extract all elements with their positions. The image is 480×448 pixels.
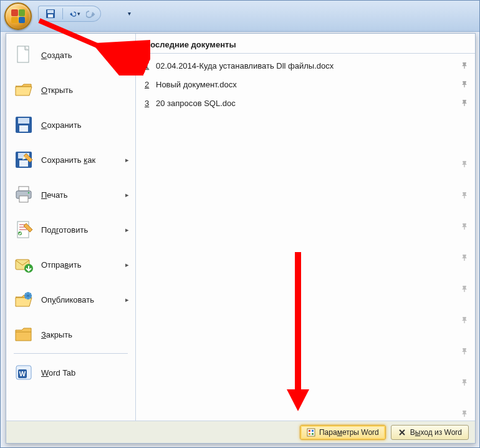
recent-documents-panel: Последние документы 1 02.04.2014-Куда ус… — [136, 34, 475, 421]
chevron-right-icon: ▸ — [125, 226, 129, 234]
send-icon — [12, 253, 35, 276]
button-label: Параметры Word — [319, 428, 379, 437]
svg-rect-6 — [18, 118, 29, 124]
pin-icon — [461, 62, 468, 69]
prepare-icon — [12, 218, 35, 241]
publish-icon — [12, 288, 35, 311]
save-as-icon — [12, 149, 35, 171]
menu-item-send[interactable]: Отправить ▸ — [9, 247, 133, 282]
pin-button[interactable] — [459, 346, 470, 357]
svg-rect-28 — [464, 227, 464, 230]
svg-rect-13 — [19, 196, 28, 202]
recent-doc-number: 2 — [145, 80, 156, 89]
svg-rect-2 — [48, 14, 53, 17]
menu-item-publish[interactable]: Опубликовать ▸ — [9, 282, 133, 317]
pin-button[interactable] — [459, 408, 470, 419]
menu-item-label: Подготовить — [41, 225, 88, 235]
svg-rect-1 — [47, 10, 54, 13]
svg-rect-27 — [464, 196, 464, 198]
pin-button[interactable] — [459, 377, 470, 388]
office-menu-body: Создать Открыть Сохранить — [6, 34, 475, 421]
save-icon — [46, 9, 55, 19]
recent-doc-number: 1 — [145, 61, 156, 71]
pin-icon — [461, 410, 468, 417]
qat-undo-button[interactable]: ▾ — [69, 8, 80, 19]
pin-button[interactable] — [459, 252, 470, 263]
menu-item-word-tab[interactable]: W Word Tab — [9, 355, 133, 390]
svg-rect-32 — [464, 352, 464, 354]
svg-rect-23 — [464, 66, 464, 69]
recent-documents-header: Последние документы — [136, 34, 475, 54]
exit-word-button[interactable]: Выход из Word — [391, 425, 469, 440]
menu-item-print[interactable]: Печать ▸ — [9, 177, 133, 212]
quick-access-toolbar: ▾ — [38, 6, 101, 22]
svg-rect-10 — [19, 160, 28, 167]
recent-document-row[interactable]: 2 Новый документ.docx — [136, 75, 475, 94]
qat-redo-button[interactable] — [85, 8, 97, 19]
chevron-down-icon: ▾ — [77, 11, 80, 17]
svg-rect-25 — [464, 104, 464, 106]
qat-customize-button[interactable]: ▾ — [125, 9, 133, 17]
pin-button[interactable] — [459, 314, 470, 326]
office-menu-left-column: Создать Открыть Сохранить — [6, 34, 136, 421]
open-folder-icon — [12, 79, 35, 101]
menu-item-label: Сохранить как — [41, 155, 95, 165]
recent-doc-number: 3 — [145, 99, 156, 108]
svg-rect-26 — [464, 165, 464, 167]
recent-doc-name: 20 запросов SQL.doc — [156, 99, 459, 108]
menu-item-save-as[interactable]: Сохранить как ▸ — [9, 142, 133, 177]
chevron-right-icon: ▸ — [125, 156, 129, 164]
menu-item-label: Печать — [41, 190, 68, 200]
pin-button[interactable] — [459, 60, 470, 71]
menu-item-label: Создать — [41, 51, 72, 60]
svg-rect-29 — [464, 258, 464, 261]
menu-item-label: Закрыть — [41, 330, 72, 339]
redo-icon — [86, 9, 96, 19]
pin-icon — [461, 99, 468, 107]
save-icon — [12, 114, 35, 136]
menu-item-prepare[interactable]: Подготовить ▸ — [9, 212, 133, 247]
svg-rect-7 — [19, 125, 28, 132]
menu-item-label: Сохранить — [41, 120, 82, 130]
new-document-icon — [12, 44, 35, 66]
menu-item-new[interactable]: Создать — [9, 37, 133, 72]
annotation-arrow-bottom — [279, 252, 317, 414]
qat-save-button[interactable] — [45, 8, 56, 19]
office-button[interactable] — [4, 2, 32, 30]
svg-rect-38 — [312, 430, 314, 432]
menu-item-open[interactable]: Открыть — [9, 72, 133, 107]
office-menu-bottom-bar: Параметры Word Выход из Word — [6, 421, 475, 443]
pin-icon — [461, 379, 468, 386]
titlebar: ▾ ▾ — [1, 1, 479, 32]
recent-doc-name: 02.04.2014-Куда устанавливать Dll файлы.… — [156, 61, 459, 71]
word-options-button[interactable]: Параметры Word — [300, 425, 386, 440]
print-icon — [12, 183, 35, 206]
chevron-right-icon: ▸ — [125, 296, 129, 304]
close-folder-icon — [12, 323, 35, 346]
recent-document-row[interactable]: 3 20 запросов SQL.doc — [136, 94, 475, 112]
svg-rect-36 — [307, 429, 315, 436]
pin-icon — [461, 254, 468, 261]
pin-button[interactable] — [459, 190, 470, 201]
pin-button[interactable] — [459, 283, 470, 295]
pin-button[interactable] — [459, 158, 470, 170]
svg-rect-34 — [464, 414, 464, 417]
svg-rect-40 — [312, 433, 314, 435]
pin-button[interactable] — [459, 79, 470, 90]
svg-rect-37 — [309, 430, 310, 432]
window: ▾ ▾ Создать — [0, 0, 480, 448]
menu-item-save[interactable]: Сохранить — [9, 107, 133, 142]
office-menu-panel: Создать Открыть Сохранить — [6, 33, 476, 444]
svg-text:W: W — [19, 370, 26, 377]
pin-icon — [461, 192, 468, 199]
pin-button[interactable] — [459, 221, 470, 232]
menu-item-close[interactable]: Закрыть — [9, 317, 133, 352]
options-icon — [307, 428, 315, 437]
pin-button[interactable] — [459, 97, 470, 109]
menu-separator — [14, 353, 128, 354]
chevron-right-icon: ▸ — [125, 261, 129, 269]
pin-icon — [461, 80, 468, 88]
recent-document-row[interactable]: 1 02.04.2014-Куда устанавливать Dll файл… — [136, 56, 475, 75]
pin-icon — [461, 285, 468, 293]
qat-divider — [62, 8, 63, 19]
